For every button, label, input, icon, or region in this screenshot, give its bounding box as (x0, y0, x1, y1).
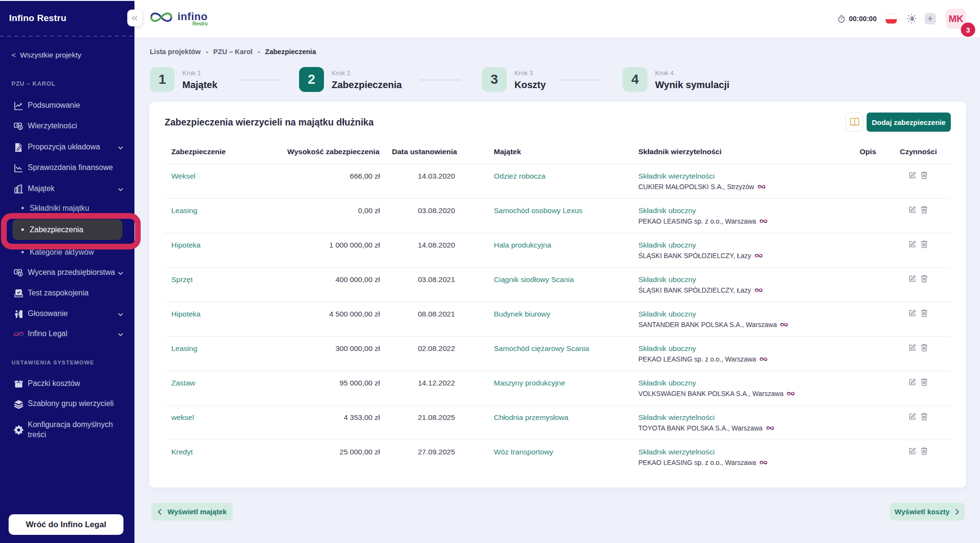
svg-text:$: $ (20, 272, 22, 276)
svg-text:$: $ (20, 126, 22, 130)
